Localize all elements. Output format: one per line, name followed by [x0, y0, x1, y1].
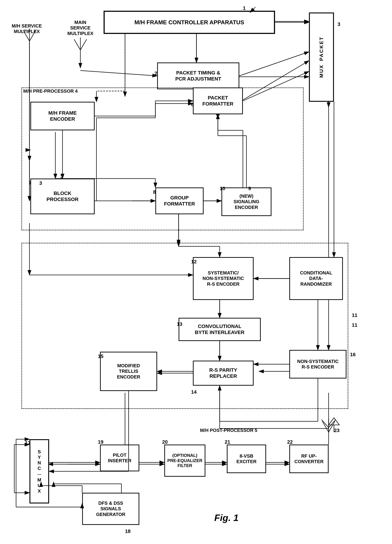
vsb-exciter-box: 8-VSBEXCITER — [227, 444, 266, 473]
packet-mux-box: PACKET MUX — [309, 12, 334, 102]
num-10: 10 — [220, 186, 225, 191]
num-7: 7 — [29, 180, 31, 186]
rf-up-converter-box: RF UP-CONVERTER — [289, 444, 329, 473]
modified-trellis-box: MODIFIEDTRELLISENCODER — [100, 352, 157, 391]
num-15: 15 — [98, 354, 103, 359]
new-signaling-box: (NEW)SIGNALINGENCODER — [221, 188, 272, 216]
num-12: 12 — [191, 259, 197, 265]
sync-mux-box: SYNC --- MUX — [30, 439, 49, 503]
svg-line-61 — [250, 7, 255, 12]
num-20: 20 — [162, 439, 168, 445]
num-19: 19 — [98, 439, 103, 445]
pilot-inserter-box: PILOTINSERTER — [100, 444, 139, 471]
num-21: 21 — [225, 439, 230, 445]
num-17: 17 — [25, 440, 30, 446]
num-3-mux: 3 — [338, 21, 340, 27]
dfs-dss-box: DFS & DSSSIGNALSGENERATOR — [82, 493, 139, 525]
packet-timing-box: PACKET TIMING &PCR ADJUSTMENT — [157, 63, 239, 89]
rs-parity-box: R-S PARITYREPLACER — [193, 361, 254, 386]
num-2: 2 — [154, 71, 157, 76]
num-6: 6 — [191, 102, 194, 107]
mh-service-multiplex-label: M/H SERVICEMULTIPLEX — [7, 23, 47, 34]
num-8: 8 — [153, 189, 156, 195]
num-18: 18 — [125, 528, 131, 534]
svg-text:11: 11 — [352, 322, 357, 328]
svg-line-63 — [321, 420, 329, 428]
num-1: 1 — [243, 5, 246, 11]
diagram-container: M/H SERVICEMULTIPLEX MAINSERVICEMULTIPLE… — [0, 0, 392, 544]
num-16: 16 — [350, 352, 356, 357]
group-formatter-box: GROUPFORMATTER — [155, 188, 204, 214]
pre-processor-label: M/H PRE-PROCESSOR 4 — [23, 88, 78, 94]
num-9: 9 — [248, 186, 251, 191]
svg-line-115 — [239, 52, 309, 76]
svg-line-77 — [80, 71, 157, 76]
convolutional-box: CONVOLUTIONALBYTE INTERLEAVER — [178, 318, 261, 341]
frame-encoder-box: M/H FRAMEENCODER — [30, 102, 95, 130]
num-13: 13 — [177, 321, 182, 327]
frame-controller-box: M/H FRAME CONTROLLER APPARATUS — [104, 11, 275, 34]
packet-formatter-box: PACKETFORMATTER — [193, 88, 243, 114]
svg-line-65 — [329, 420, 336, 428]
svg-line-8 — [74, 39, 80, 50]
pre-equalizer-box: (OPTIONAL)PRE-EQUALIZERFILTER — [164, 444, 205, 477]
fig-label: Fig. 1 — [214, 512, 239, 523]
post-processor-label: M/H POST-PROCESSOR 5 — [200, 428, 257, 433]
main-service-multiplex-label: MAINSERVICEMULTIPLEX — [63, 20, 98, 36]
conditional-data-box: CONDITIONALDATA-RANDOMIZER — [289, 257, 343, 300]
num-11: 11 — [352, 313, 357, 318]
num-14: 14 — [191, 389, 197, 395]
num-22: 22 — [287, 439, 293, 445]
svg-line-10 — [80, 39, 87, 50]
non-systematic-box: NON-SYSTEMATICR-S ENCODER — [289, 350, 346, 378]
num-3-bp: 3 — [39, 180, 42, 186]
systematic-rs-box: SYSTEMATIC/NON-SYSTEMATICR-S ENCODER — [193, 257, 254, 300]
